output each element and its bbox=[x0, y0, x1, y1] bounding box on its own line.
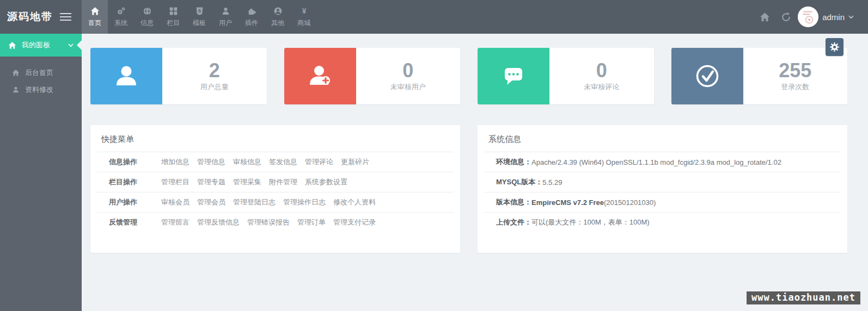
user-circle-icon bbox=[273, 7, 283, 16]
quick-menu-row: 栏目操作 管理栏目 管理专题 管理采集 附件管理 系统参数设置 bbox=[97, 172, 454, 192]
stat-card-login-count: 255 登录次数 bbox=[671, 48, 848, 104]
stat-value: 2 bbox=[209, 61, 220, 80]
main-content: 2 用户总量 0 未审核用户 0 未审核评论 bbox=[82, 34, 868, 311]
home-icon bbox=[12, 69, 20, 77]
link-manage-members[interactable]: 管理会员 bbox=[197, 197, 225, 207]
watermark: www.tiaozhuan.net bbox=[747, 291, 860, 304]
quick-menu-row: 信息操作 增加信息 管理信息 审核信息 签发信息 管理评论 更新碎片 bbox=[97, 152, 454, 172]
svg-text:5: 5 bbox=[198, 8, 200, 14]
username: admin bbox=[822, 13, 845, 22]
quick-menu-panel: 快捷菜单 信息操作 增加信息 管理信息 审核信息 签发信息 管理评论 更新碎片 … bbox=[90, 125, 460, 253]
sidebar: 我的面板 后台首页 资料修改 bbox=[0, 34, 82, 311]
link-manage-topics[interactable]: 管理专题 bbox=[197, 177, 225, 187]
tab-templates[interactable]: 5 模板 bbox=[186, 0, 212, 34]
link-payment-records[interactable]: 管理支付记录 bbox=[333, 217, 376, 227]
stat-label: 未审核评论 bbox=[584, 82, 619, 92]
link-manage-collect[interactable]: 管理采集 bbox=[233, 177, 261, 187]
home-icon bbox=[8, 41, 16, 49]
quick-menu-title: 快捷菜单 bbox=[90, 125, 460, 152]
top-navbar: 源码地带 首页 系统 信息 栏目 5 模板 bbox=[0, 0, 868, 34]
html5-icon: 5 bbox=[195, 7, 204, 16]
link-operation-logs[interactable]: 管理操作日志 bbox=[283, 197, 326, 207]
svg-text:¥: ¥ bbox=[302, 7, 306, 15]
link-add-info[interactable]: 增加信息 bbox=[161, 157, 190, 167]
link-attachment-manage[interactable]: 附件管理 bbox=[269, 177, 297, 187]
tab-home[interactable]: 首页 bbox=[82, 0, 108, 34]
home-icon bbox=[90, 7, 100, 16]
system-info-panel: 系统信息 环境信息：Apache/2.4.39 (Win64) OpenSSL/… bbox=[478, 125, 847, 253]
system-info-row-environment: 环境信息：Apache/2.4.39 (Win64) OpenSSL/1.1.1… bbox=[484, 152, 841, 172]
link-error-reports[interactable]: 管理错误报告 bbox=[247, 217, 290, 227]
puzzle-icon bbox=[247, 7, 256, 16]
stat-value: 255 bbox=[779, 61, 811, 80]
link-manage-feedback[interactable]: 管理反馈信息 bbox=[197, 217, 240, 227]
tab-system[interactable]: 系统 bbox=[108, 0, 134, 34]
link-edit-profile[interactable]: 修改个人资料 bbox=[333, 197, 376, 207]
chevron-down-icon bbox=[848, 15, 854, 19]
user-plus-icon bbox=[284, 48, 356, 104]
refresh-icon[interactable] bbox=[781, 12, 791, 22]
link-manage-info[interactable]: 管理信息 bbox=[197, 157, 225, 167]
link-review-info[interactable]: 审核信息 bbox=[233, 157, 261, 167]
avatar[interactable] bbox=[798, 7, 818, 27]
stat-card-unverified-comments: 0 未审核评论 bbox=[478, 48, 654, 104]
stat-label: 未审核用户 bbox=[390, 82, 426, 92]
link-manage-messages[interactable]: 管理留言 bbox=[161, 217, 190, 227]
user-icon bbox=[221, 7, 230, 16]
brand-area: 源码地带 bbox=[0, 0, 82, 34]
link-update-fragments[interactable]: 更新碎片 bbox=[341, 157, 369, 167]
sidebar-panel-title: 我的面板 bbox=[22, 40, 50, 50]
comment-icon bbox=[478, 48, 549, 104]
gears-icon bbox=[117, 7, 126, 16]
stat-value: 0 bbox=[596, 61, 607, 80]
tab-mall[interactable]: ¥ 商城 bbox=[291, 0, 317, 34]
link-system-params[interactable]: 系统参数设置 bbox=[305, 177, 347, 187]
panels-row: 快捷菜单 信息操作 增加信息 管理信息 审核信息 签发信息 管理评论 更新碎片 … bbox=[90, 125, 847, 253]
link-review-members[interactable]: 审核会员 bbox=[161, 197, 190, 207]
link-manage-comments[interactable]: 管理评论 bbox=[305, 157, 333, 167]
hamburger-icon[interactable] bbox=[59, 11, 72, 23]
gear-icon bbox=[829, 41, 840, 53]
grid-icon bbox=[169, 7, 178, 16]
brand-logo[interactable]: 源码地带 bbox=[7, 10, 53, 24]
sidebar-item-backend-home[interactable]: 后台首页 bbox=[0, 64, 82, 81]
sidebar-item-profile-edit[interactable]: 资料修改 bbox=[0, 81, 82, 98]
system-info-row-mysql: MYSQL版本：5.5.29 bbox=[484, 172, 841, 192]
navbar-right: admin bbox=[760, 0, 868, 34]
stat-cards-row: 2 用户总量 0 未审核用户 0 未审核评论 bbox=[90, 48, 847, 104]
chevron-down-icon bbox=[68, 43, 74, 47]
quick-menu-row: 反馈管理 管理留言 管理反馈信息 管理错误报告 管理订单 管理支付记录 bbox=[97, 212, 454, 232]
home-shortcut-icon[interactable] bbox=[760, 12, 770, 22]
sidebar-menu: 后台首页 资料修改 bbox=[0, 57, 82, 98]
system-info-title: 系统信息 bbox=[478, 125, 847, 152]
user-menu[interactable]: admin bbox=[798, 7, 854, 27]
stat-value: 0 bbox=[402, 61, 413, 80]
link-login-logs[interactable]: 管理登陆日志 bbox=[233, 197, 276, 207]
stat-card-unverified-users: 0 未审核用户 bbox=[284, 48, 461, 104]
globe-icon bbox=[143, 7, 152, 16]
user-icon bbox=[12, 86, 20, 94]
yen-icon: ¥ bbox=[299, 7, 309, 16]
settings-button[interactable] bbox=[826, 38, 843, 56]
quick-menu-row: 用户操作 审核会员 管理会员 管理登陆日志 管理操作日志 修改个人资料 bbox=[97, 192, 454, 212]
tab-users[interactable]: 用户 bbox=[212, 0, 239, 34]
stat-label: 用户总量 bbox=[200, 82, 229, 92]
system-info-row-upload: 上传文件：可以(最大文件：100M，表单：100M) bbox=[484, 212, 841, 232]
tab-plugins[interactable]: 插件 bbox=[239, 0, 265, 34]
sidebar-panel-header[interactable]: 我的面板 bbox=[0, 34, 82, 57]
stat-label: 登录次数 bbox=[781, 82, 809, 92]
link-manage-orders[interactable]: 管理订单 bbox=[297, 217, 326, 227]
link-manage-columns[interactable]: 管理栏目 bbox=[161, 177, 190, 187]
tab-other[interactable]: 其他 bbox=[265, 0, 291, 34]
active-arrow-notch bbox=[77, 40, 82, 50]
tab-columns[interactable]: 栏目 bbox=[160, 0, 186, 34]
user-icon bbox=[90, 48, 162, 104]
tab-info[interactable]: 信息 bbox=[134, 0, 160, 34]
main-nav: 首页 系统 信息 栏目 5 模板 用户 bbox=[82, 0, 317, 34]
link-issue-info[interactable]: 签发信息 bbox=[269, 157, 297, 167]
system-info-row-version: 版本信息：EmpireCMS v7.2 Free (201501201030) bbox=[484, 192, 841, 212]
stat-card-total-users: 2 用户总量 bbox=[90, 48, 267, 104]
check-circle-icon bbox=[671, 48, 743, 104]
